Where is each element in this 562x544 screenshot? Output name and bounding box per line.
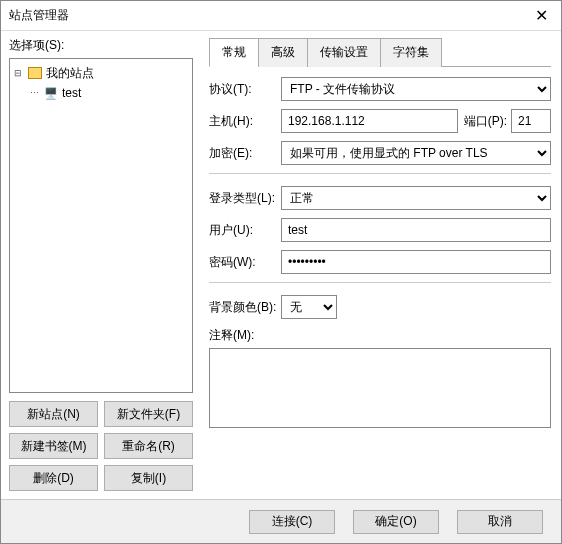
delete-button[interactable]: 删除(D) <box>9 465 98 491</box>
tab-charset[interactable]: 字符集 <box>380 38 442 67</box>
separator <box>209 173 551 174</box>
host-label: 主机(H): <box>209 113 281 130</box>
folder-icon <box>28 67 42 79</box>
cancel-button[interactable]: 取消 <box>457 510 543 534</box>
tree-root-label: 我的站点 <box>46 65 94 82</box>
window-body: 选择项(S): ⊟ 我的站点 ⋯ 🖥️ test 新站点(N) 新文件夹(F) … <box>1 31 561 499</box>
user-input[interactable] <box>281 218 551 242</box>
port-input[interactable] <box>511 109 551 133</box>
close-button[interactable]: ✕ <box>521 1 561 31</box>
site-icon: 🖥️ <box>44 87 58 100</box>
password-input[interactable] <box>281 250 551 274</box>
copy-button[interactable]: 复制(I) <box>104 465 193 491</box>
tree-item[interactable]: ⋯ 🖥️ test <box>14 83 188 103</box>
bottom-bar: 连接(C) 确定(O) 取消 <box>1 499 561 543</box>
tree-root[interactable]: ⊟ 我的站点 <box>14 63 188 83</box>
rename-button[interactable]: 重命名(R) <box>104 433 193 459</box>
site-tree[interactable]: ⊟ 我的站点 ⋯ 🖥️ test <box>9 58 193 393</box>
comments-textarea[interactable] <box>209 348 551 428</box>
tab-transfer[interactable]: 传输设置 <box>307 38 381 67</box>
logon-select[interactable]: 正常 <box>281 186 551 210</box>
comments-label: 注释(M): <box>209 327 551 344</box>
new-folder-button[interactable]: 新文件夹(F) <box>104 401 193 427</box>
protocol-select[interactable]: FTP - 文件传输协议 <box>281 77 551 101</box>
bgcolor-select[interactable]: 无 <box>281 295 337 319</box>
new-site-button[interactable]: 新站点(N) <box>9 401 98 427</box>
ok-button[interactable]: 确定(O) <box>353 510 439 534</box>
window-title: 站点管理器 <box>9 7 69 24</box>
connect-button[interactable]: 连接(C) <box>249 510 335 534</box>
tabs: 常规 高级 传输设置 字符集 <box>209 37 551 67</box>
encryption-select[interactable]: 如果可用，使用显式的 FTP over TLS <box>281 141 551 165</box>
right-pane: 常规 高级 传输设置 字符集 协议(T): FTP - 文件传输协议 主机(H)… <box>201 31 561 499</box>
logon-label: 登录类型(L): <box>209 190 281 207</box>
host-input[interactable] <box>281 109 458 133</box>
tab-advanced[interactable]: 高级 <box>258 38 308 67</box>
port-label: 端口(P): <box>464 113 507 130</box>
user-label: 用户(U): <box>209 222 281 239</box>
titlebar: 站点管理器 ✕ <box>1 1 561 31</box>
tree-item-label: test <box>62 86 81 100</box>
select-label: 选择项(S): <box>9 37 193 54</box>
bgcolor-label: 背景颜色(B): <box>209 299 281 316</box>
encryption-label: 加密(E): <box>209 145 281 162</box>
password-label: 密码(W): <box>209 254 281 271</box>
leaf-icon: ⋯ <box>30 88 38 98</box>
separator-2 <box>209 282 551 283</box>
site-manager-window: 站点管理器 ✕ 选择项(S): ⊟ 我的站点 ⋯ 🖥️ test 新站 <box>0 0 562 544</box>
left-pane: 选择项(S): ⊟ 我的站点 ⋯ 🖥️ test 新站点(N) 新文件夹(F) … <box>1 31 201 499</box>
tab-general[interactable]: 常规 <box>209 38 259 67</box>
new-bookmark-button[interactable]: 新建书签(M) <box>9 433 98 459</box>
left-buttons: 新站点(N) 新文件夹(F) 新建书签(M) 重命名(R) 删除(D) 复制(I… <box>9 401 193 491</box>
protocol-label: 协议(T): <box>209 81 281 98</box>
collapse-icon[interactable]: ⊟ <box>14 68 22 78</box>
